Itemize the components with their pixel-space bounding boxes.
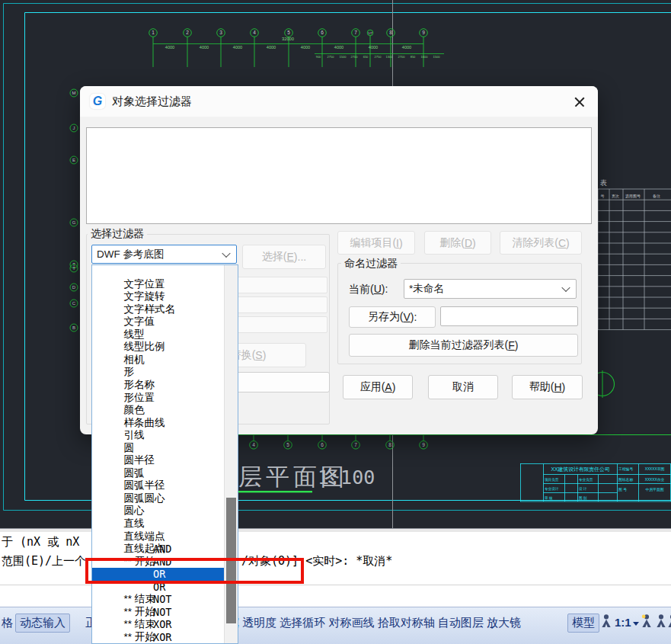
svg-text:4000: 4000 bbox=[233, 45, 242, 50]
select-button[interactable]: 选择(E)... bbox=[242, 245, 326, 269]
svg-text:4000: 4000 bbox=[301, 45, 310, 50]
annotation-scale-value[interactable]: 1:1 bbox=[615, 616, 631, 629]
cancel-button[interactable]: 取消 bbox=[428, 375, 498, 399]
svg-text:设 计: 设 计 bbox=[579, 486, 587, 491]
svg-text:选用图号: 选用图号 bbox=[625, 194, 641, 199]
delete-current-filter-button[interactable]: 删除当前过滤器列表(F) bbox=[349, 334, 578, 357]
annotation-visibility-icon[interactable] bbox=[641, 614, 652, 628]
dropdown-item[interactable]: 圆心 bbox=[92, 492, 225, 505]
svg-text:XXXXX作业: XXXXX作业 bbox=[645, 478, 665, 482]
dropdown-item[interactable]: 圆半径 bbox=[92, 442, 225, 455]
save-as-input[interactable] bbox=[440, 306, 578, 326]
dropdown-item-operator: AND bbox=[153, 543, 171, 556]
dropdown-item[interactable]: ** 开始 NOT bbox=[92, 593, 225, 606]
svg-text:图纸名称: 图纸名称 bbox=[618, 478, 633, 482]
svg-text:表: 表 bbox=[599, 179, 607, 187]
delete-button[interactable]: 删除(D) bbox=[424, 231, 491, 255]
select-filter-group-label: 选择过滤器 bbox=[88, 227, 147, 241]
svg-text:4000: 4000 bbox=[369, 45, 378, 50]
dropdown-item[interactable]: 文字值 bbox=[92, 303, 225, 316]
dropdown-item[interactable]: ** 开始 AND bbox=[92, 543, 225, 556]
svg-text:B: B bbox=[72, 325, 75, 330]
bottom-axis-grid: 456789 bbox=[238, 435, 671, 450]
status-dynamic-input-toggle[interactable]: 动态输入 bbox=[15, 614, 70, 633]
svg-text:备注: 备注 bbox=[653, 194, 660, 198]
save-as-button[interactable]: 另存为(V): bbox=[349, 306, 436, 328]
svg-text:5: 5 bbox=[287, 30, 290, 35]
dropdown-item[interactable]: 相机 bbox=[92, 341, 225, 354]
clear-list-button[interactable]: 清除列表(C) bbox=[500, 231, 582, 255]
command-history-line2-right: /对象(O)] <实时>: *取消* bbox=[241, 554, 392, 569]
annotation-scale-icon[interactable] bbox=[601, 614, 612, 628]
dropdown-scrollbar-thumb[interactable] bbox=[226, 498, 236, 623]
svg-text:G: G bbox=[72, 220, 76, 225]
dropdown-item[interactable]: 文字位置 bbox=[92, 265, 225, 278]
auto-annotation-icon[interactable] bbox=[656, 614, 666, 628]
command-history-line1: 于 (nX 或 nX bbox=[2, 535, 79, 549]
svg-text:2750: 2750 bbox=[328, 55, 335, 59]
dropdown-item[interactable]: 圆弧 bbox=[92, 454, 225, 467]
dropdown-item[interactable]: ** 开始 XOR bbox=[92, 618, 225, 631]
svg-text:4000: 4000 bbox=[334, 45, 343, 50]
svg-text:2700: 2700 bbox=[398, 55, 406, 59]
dropdown-item[interactable]: ** 结束 AND bbox=[92, 556, 225, 569]
filter-type-value: DWF 参考底图 bbox=[97, 248, 165, 261]
status-grid-toggle[interactable]: 格 bbox=[2, 616, 13, 630]
svg-text:1/7: 1/7 bbox=[368, 31, 372, 35]
dropdown-item[interactable]: ** 开始 OR bbox=[92, 568, 225, 581]
dropdown-item[interactable]: ** 结束 OR bbox=[92, 581, 225, 594]
dropdown-item[interactable]: 文字旋转 bbox=[92, 278, 225, 291]
dropdown-item[interactable]: 形名称 bbox=[92, 366, 225, 379]
dropdown-item[interactable]: 圆弧圆心 bbox=[92, 479, 225, 492]
svg-text:专业负责: 专业负责 bbox=[579, 478, 593, 482]
svg-text:900: 900 bbox=[316, 55, 321, 59]
dropdown-item[interactable]: ** 结束 XOR bbox=[92, 631, 225, 644]
dropdown-item[interactable]: 线型比例 bbox=[92, 328, 225, 341]
dropdown-item[interactable]: 直线端点 bbox=[92, 517, 225, 530]
svg-text:1:100: 1:100 bbox=[318, 466, 375, 489]
left-axis-grid: MJEGTTDCB bbox=[70, 89, 78, 332]
dropdown-item[interactable]: 形 bbox=[92, 354, 225, 367]
dropdown-item[interactable]: 颜色 bbox=[92, 391, 225, 404]
dropdown-item[interactable]: 圆弧半径 bbox=[92, 467, 225, 480]
named-filter-group-label: 命名过滤器 bbox=[341, 257, 401, 271]
svg-text:4000: 4000 bbox=[165, 45, 174, 50]
dialog-titlebar[interactable]: G 对象选择过滤器 bbox=[80, 86, 598, 117]
svg-text:图 号: 图 号 bbox=[618, 488, 627, 492]
status-mid-toggles[interactable]: 线宽 透明度 选择循环 对称画线 拾取对称轴 自动图层 放大镜 bbox=[216, 616, 521, 630]
scale-dropdown-arrow[interactable] bbox=[633, 622, 639, 626]
dropdown-scrollbar[interactable] bbox=[224, 265, 238, 643]
svg-text:4: 4 bbox=[252, 442, 255, 447]
dropdown-item[interactable]: 线型 bbox=[92, 316, 225, 328]
svg-text:号: 号 bbox=[601, 194, 605, 198]
current-filter-combobox[interactable]: *未命名 bbox=[404, 279, 577, 299]
dropdown-item[interactable]: 直线 bbox=[92, 505, 225, 517]
dropdown-item-operator: OR bbox=[153, 581, 165, 594]
svg-text:3: 3 bbox=[219, 30, 222, 35]
svg-text:页次: 页次 bbox=[612, 194, 619, 198]
filter-type-dropdown-list[interactable]: 文字位置 文字旋转 文字样式名 文字值 bbox=[91, 264, 238, 644]
dropdown-item[interactable]: 圆 bbox=[92, 429, 225, 442]
dropdown-item[interactable]: 形位置 bbox=[92, 379, 225, 392]
svg-text:2: 2 bbox=[186, 30, 189, 35]
help-button[interactable]: 帮助(H) bbox=[512, 375, 583, 399]
dropdown-item[interactable]: 样条曲线 bbox=[92, 404, 225, 417]
current-filter-label: 当前(U): bbox=[349, 283, 388, 296]
svg-text:M: M bbox=[72, 91, 76, 95]
close-icon[interactable] bbox=[570, 93, 589, 111]
svg-text:5: 5 bbox=[286, 442, 289, 447]
status-model-tab[interactable]: 模型 bbox=[567, 614, 599, 633]
dropdown-item-operator: NOT bbox=[153, 593, 171, 606]
filter-list-box[interactable] bbox=[86, 127, 592, 224]
dropdown-item[interactable]: 直线起点 bbox=[92, 530, 225, 543]
apply-button[interactable]: 应用(A) bbox=[343, 375, 413, 399]
edit-item-button[interactable]: 编辑项目(I) bbox=[337, 231, 415, 255]
filter-type-combobox[interactable]: DWF 参考底图 bbox=[91, 245, 237, 264]
dropdown-item-operator: NOT bbox=[153, 606, 171, 619]
dropdown-item[interactable]: 引线 bbox=[92, 417, 225, 430]
dropdown-item-operator: AND bbox=[153, 556, 171, 569]
dropdown-item[interactable]: 文字样式名 bbox=[92, 290, 225, 303]
dropdown-item[interactable]: ** 结束 NOT bbox=[92, 606, 225, 619]
workspace-icon[interactable] bbox=[667, 614, 671, 628]
svg-text:8: 8 bbox=[389, 30, 392, 35]
